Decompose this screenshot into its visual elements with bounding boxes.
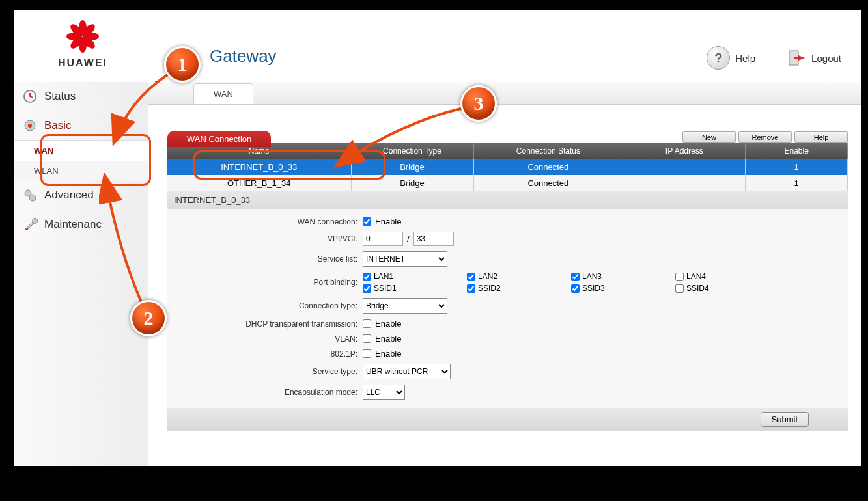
vlan-checkbox[interactable] bbox=[363, 334, 371, 343]
brand-text: HUAWEI bbox=[40, 57, 125, 69]
sidebar-sub-wlan[interactable]: WLAN bbox=[14, 161, 148, 181]
connection-type-select[interactable]: Bridge bbox=[363, 298, 447, 314]
page-title: Gateway bbox=[210, 46, 277, 66]
brand-logo: HUAWEI bbox=[40, 20, 125, 69]
annotation-circle-2: 2 bbox=[130, 300, 167, 336]
col-type: Connection Type bbox=[351, 143, 473, 159]
header: HUAWEI Gateway Ba ? Help Logout bbox=[14, 10, 861, 82]
svg-point-7 bbox=[79, 37, 87, 53]
sidebar: Status Basic WAN WLAN Advanced Maintenan… bbox=[14, 82, 148, 466]
service-list-select[interactable]: INTERNET bbox=[363, 251, 447, 267]
wan-enable-checkbox[interactable] bbox=[363, 217, 371, 226]
lan1-checkbox[interactable] bbox=[363, 273, 371, 281]
sidebar-item-advanced[interactable]: Advanced bbox=[14, 181, 148, 210]
remove-button[interactable]: Remove bbox=[738, 131, 792, 143]
tab-wan[interactable]: WAN bbox=[193, 83, 253, 104]
advanced-icon bbox=[22, 187, 38, 203]
logout-link[interactable]: Logout bbox=[788, 49, 841, 67]
wan-connection-label: WAN connection: bbox=[167, 217, 363, 226]
vci-input[interactable] bbox=[413, 232, 454, 246]
lan2-checkbox[interactable] bbox=[467, 273, 475, 281]
encap-select[interactable]: LLC bbox=[363, 385, 405, 400]
new-button[interactable]: New bbox=[682, 131, 736, 143]
service-type-label: Service type: bbox=[167, 367, 363, 376]
tab-strip: WAN bbox=[148, 82, 861, 105]
dhcp-label: DHCP transparent transmission: bbox=[167, 319, 363, 329]
form-title: INTERNET_B_0_33 bbox=[167, 191, 848, 209]
annotation-circle-1: 1 bbox=[164, 46, 201, 83]
8021p-label: 802.1P: bbox=[167, 349, 363, 359]
ssid4-checkbox[interactable] bbox=[675, 284, 684, 293]
section-title: WAN Connection bbox=[167, 131, 271, 147]
vlan-label: VLAN: bbox=[167, 334, 363, 344]
svg-point-15 bbox=[29, 195, 36, 201]
gear-icon bbox=[22, 118, 38, 133]
dhcp-checkbox[interactable] bbox=[363, 319, 371, 328]
form-body: WAN connection: Enable VPI/VCI: / bbox=[167, 209, 848, 408]
help-button[interactable]: Help bbox=[794, 131, 848, 143]
lan3-checkbox[interactable] bbox=[571, 273, 580, 281]
port-binding-label: Port binding: bbox=[167, 278, 363, 287]
col-status: Connection Status bbox=[473, 143, 623, 159]
annotation-circle-3: 3 bbox=[460, 85, 497, 122]
vpi-input[interactable] bbox=[363, 232, 403, 246]
svg-rect-10 bbox=[794, 57, 801, 59]
ssid3-checkbox[interactable] bbox=[571, 284, 580, 293]
wan-table: Name Connection Type Connection Status I… bbox=[167, 143, 848, 191]
submit-button[interactable]: Submit bbox=[761, 412, 809, 427]
col-enable: Enable bbox=[746, 143, 848, 159]
svg-point-16 bbox=[25, 228, 28, 230]
connection-type-label: Connection type: bbox=[167, 301, 363, 310]
sidebar-item-maintenance[interactable]: Maintenanc bbox=[14, 210, 148, 239]
lan4-checkbox[interactable] bbox=[675, 273, 684, 281]
logout-icon bbox=[788, 49, 806, 67]
sidebar-item-status[interactable]: Status bbox=[14, 82, 148, 111]
ssid2-checkbox[interactable] bbox=[467, 284, 475, 293]
wrench-icon bbox=[22, 217, 38, 232]
table-row[interactable]: OTHER_B_1_34 Bridge Connected 1 bbox=[167, 175, 848, 191]
sidebar-sub-wan[interactable]: WAN bbox=[14, 141, 148, 161]
sidebar-item-basic[interactable]: Basic bbox=[14, 111, 148, 141]
service-list-label: Service list: bbox=[167, 254, 363, 264]
encap-label: Encapsulation mode: bbox=[167, 388, 363, 397]
vpi-vci-label: VPI/VCI: bbox=[167, 234, 363, 243]
status-icon bbox=[22, 88, 38, 104]
help-icon: ? bbox=[707, 46, 730, 70]
svg-point-13 bbox=[28, 124, 32, 128]
main: WAN WAN Connection New Remove Help Name … bbox=[148, 82, 861, 466]
8021p-checkbox[interactable] bbox=[363, 349, 371, 358]
table-row[interactable]: INTERNET_B_0_33 Bridge Connected 1 bbox=[167, 159, 848, 175]
huawei-flower-icon bbox=[63, 20, 102, 53]
ssid1-checkbox[interactable] bbox=[363, 284, 371, 293]
col-ip: IP Address bbox=[623, 143, 746, 159]
service-type-select[interactable]: UBR without PCR bbox=[363, 364, 451, 379]
help-link[interactable]: ? Help bbox=[707, 46, 755, 70]
